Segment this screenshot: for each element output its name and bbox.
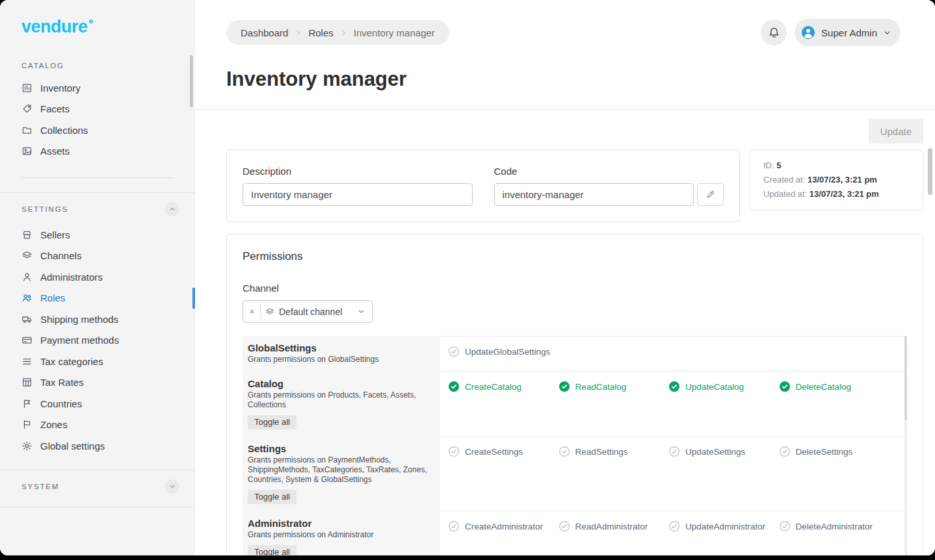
update-button[interactable]: Update	[869, 119, 923, 144]
sidebar-item-administrators[interactable]: Administrators	[0, 266, 195, 288]
sidebar-item-payment-methods[interactable]: Payment methods	[0, 330, 195, 351]
table-scrollbar-thumb[interactable]	[904, 336, 907, 420]
detail-row: Description Code	[226, 149, 923, 222]
permission-label: UpdateCatalog	[685, 382, 744, 392]
checked-circle-icon	[668, 381, 680, 392]
facets-icon	[21, 103, 33, 114]
permission-label: CreateCatalog	[465, 382, 521, 392]
permission-checkbox-updateadministrator[interactable]: UpdateAdministrator	[668, 520, 775, 533]
unchecked-circle-icon	[448, 446, 460, 457]
sidebar-item-channels[interactable]: Channels	[0, 246, 195, 267]
assets-icon	[21, 146, 33, 157]
global-settings-icon	[21, 440, 33, 452]
permission-checkbox-readcatalog[interactable]: ReadCatalog	[559, 380, 665, 393]
toggle-all-button[interactable]: Toggle all	[248, 415, 296, 429]
sidebar-item-facets[interactable]: Facets	[0, 99, 195, 120]
id-label: ID:	[763, 160, 774, 170]
pencil-icon	[705, 190, 715, 199]
user-menu-button[interactable]: Super Admin	[795, 19, 901, 46]
breadcrumb-item-roles[interactable]: Roles	[308, 27, 333, 38]
sidebar-item-roles[interactable]: Roles	[0, 288, 195, 309]
edit-code-button[interactable]	[697, 183, 724, 206]
toggle-all-button[interactable]: Toggle all	[248, 490, 296, 504]
channel-label: Channel	[243, 283, 907, 294]
permission-label: ReadAdministrator	[575, 522, 648, 531]
description-label: Description	[243, 166, 473, 177]
sidebar-section-header-catalog: CATALOG	[0, 53, 195, 77]
sidebar-item-label: Global settings	[40, 440, 105, 452]
updated-value: 13/07/23, 3:21 pm	[810, 189, 879, 199]
divider	[260, 305, 261, 318]
permission-checkbox-createadministrator[interactable]: CreateAdministrator	[448, 520, 555, 533]
sidebar-item-countries[interactable]: Countries	[0, 393, 195, 414]
sidebar-item-label: Tax categories	[40, 356, 103, 367]
permission-checkbox-deletesettings[interactable]: DeleteSettings	[779, 445, 886, 458]
toggle-system-section-button[interactable]	[165, 479, 179, 494]
permission-group-description: Grants permissions on Products, Facets, …	[248, 390, 430, 410]
permission-group-info: GlobalSettingsGrants permissions on Glob…	[243, 336, 440, 372]
breadcrumb: DashboardRolesInventory manager	[226, 20, 449, 45]
permission-group-description: Grants permissions on GlobalSettings	[248, 355, 430, 364]
permission-checkbox-updatecatalog[interactable]: UpdateCatalog	[668, 380, 775, 393]
meta-row-updated: Updated at: 13/07/23, 3:21 pm	[763, 187, 910, 201]
sidebar-item-collections[interactable]: Collections	[0, 120, 195, 141]
main-scrollbar[interactable]	[928, 148, 932, 195]
section-label-system: SYSTEM	[21, 483, 59, 490]
page-header: DashboardRolesInventory manager Super Ad…	[195, 0, 935, 110]
sidebar-item-tax-categories[interactable]: Tax categories	[0, 351, 195, 372]
toggle-settings-section-button[interactable]	[165, 202, 179, 216]
collections-icon	[21, 125, 33, 136]
channels-icon	[21, 250, 33, 261]
entity-info-card: ID: 5 Created at: 13/07/23, 3:21 pm Upda…	[750, 149, 923, 210]
sidebar-section-settings: SETTINGSSellersChannelsAdministratorsRol…	[0, 192, 195, 470]
permissions-card: Permissions Channel Default channel	[226, 234, 923, 555]
permission-checkbox-deleteadministrator[interactable]: DeleteAdministrator	[779, 520, 886, 533]
permission-checkbox-updateglobalsettings[interactable]: UpdateGlobalSettings	[448, 345, 555, 358]
permission-group-name: Administrator	[248, 518, 430, 529]
topbar-right: Super Admin	[761, 19, 901, 46]
code-input[interactable]	[494, 183, 694, 206]
checked-circle-icon	[448, 381, 460, 392]
logo-dot-icon	[89, 19, 93, 23]
clear-channel-button[interactable]	[248, 308, 256, 315]
sidebar-item-shipping-methods[interactable]: Shipping methods	[0, 309, 195, 330]
toggle-all-button[interactable]: Toggle all	[248, 545, 296, 555]
sidebar-scrollbar[interactable]	[190, 55, 193, 107]
user-name: Super Admin	[821, 27, 877, 38]
sidebar-item-label: Sellers	[40, 229, 70, 240]
permission-group-checkboxes: CreateSettingsReadSettingsUpdateSettings…	[440, 437, 907, 511]
sidebar-item-sellers[interactable]: Sellers	[0, 224, 195, 246]
meta-row-id: ID: 5	[763, 159, 910, 173]
sidebar-item-label: Channels	[40, 250, 81, 261]
sidebar-item-assets[interactable]: Assets	[0, 141, 195, 162]
notifications-button[interactable]	[761, 19, 787, 45]
sidebar-item-zones[interactable]: Zones	[0, 414, 195, 436]
selected-channel: Default channel	[279, 307, 352, 317]
permission-checkbox-readadministrator[interactable]: ReadAdministrator	[559, 520, 665, 533]
sidebar-item-label: Assets	[40, 146, 70, 157]
permission-checkbox-readsettings[interactable]: ReadSettings	[559, 445, 665, 458]
permission-group-row-administrator: AdministratorGrants permissions on Admin…	[243, 511, 907, 555]
field-code: Code	[494, 166, 724, 206]
chevron-down-icon	[357, 307, 365, 316]
channel-select[interactable]: Default channel	[243, 300, 373, 323]
chevron-down-icon	[883, 29, 891, 37]
sidebar-item-label: Payment methods	[40, 335, 119, 346]
bell-icon	[768, 27, 780, 39]
inventory-icon	[21, 83, 33, 94]
sidebar-item-tax-rates[interactable]: Tax Rates	[0, 372, 195, 394]
permission-group-info: CatalogGrants permissions on Products, F…	[243, 372, 440, 437]
permission-checkbox-createcatalog[interactable]: CreateCatalog	[448, 380, 555, 393]
permission-checkbox-deletecatalog[interactable]: DeleteCatalog	[779, 380, 886, 393]
permission-checkbox-createsettings[interactable]: CreateSettings	[448, 445, 555, 458]
tax-categories-icon	[21, 356, 33, 367]
permission-checkbox-updatesettings[interactable]: UpdateSettings	[668, 445, 775, 458]
description-input[interactable]	[243, 183, 473, 206]
permission-group-info: AdministratorGrants permissions on Admin…	[243, 511, 440, 555]
sidebar-item-inventory[interactable]: Inventory	[0, 77, 195, 99]
sidebar-item-label: Countries	[40, 398, 82, 409]
table-scrollbar[interactable]	[904, 336, 907, 555]
vendure-logo[interactable]: vendure	[0, 0, 195, 53]
sidebar-item-global-settings[interactable]: Global settings	[0, 435, 195, 457]
breadcrumb-item-dashboard[interactable]: Dashboard	[241, 27, 288, 38]
